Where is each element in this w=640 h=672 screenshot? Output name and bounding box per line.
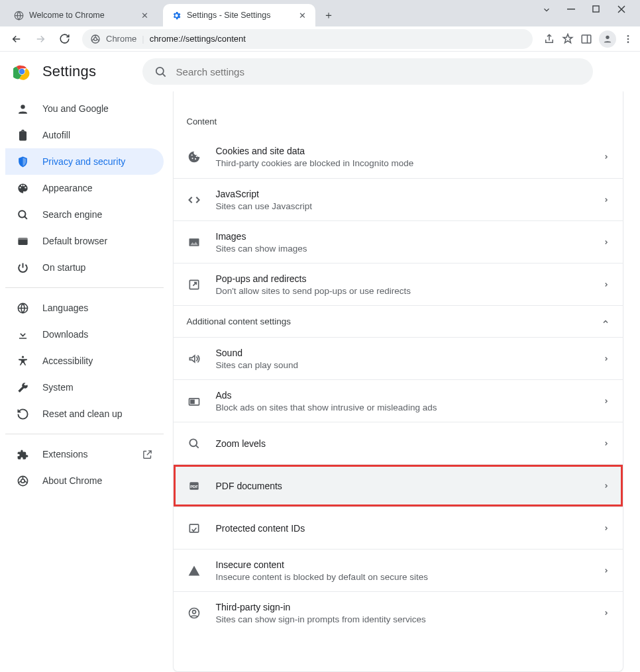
sidebar-item-downloads[interactable]: Downloads [5, 321, 164, 348]
chevron-down-icon[interactable] [542, 5, 555, 15]
share-icon[interactable] [543, 33, 555, 45]
open-external-icon [142, 449, 153, 460]
close-window-icon[interactable] [617, 5, 631, 15]
chevron-right-icon [603, 281, 610, 288]
sidebar-item-you[interactable]: You and Google [5, 95, 164, 122]
sidebar-item-privacy[interactable]: Privacy and security [5, 148, 164, 175]
sidebar-item-label: Search engine [42, 209, 102, 220]
sidebar-item-accessibility[interactable]: Accessibility [5, 348, 164, 374]
row-title: Sound [216, 348, 588, 358]
row-subtitle: Insecure content is blocked by default o… [216, 572, 588, 582]
row-subtitle: Sites can play sound [216, 360, 588, 370]
ads-icon [187, 395, 201, 408]
section-label-content: Content [174, 91, 623, 136]
omnibox-scheme: Chrome [106, 34, 136, 44]
row-subtitle: Block ads on sites that show intrusive o… [216, 403, 588, 412]
sidebar-separator [5, 434, 164, 434]
sound-icon [187, 352, 201, 365]
content-card: Content Cookies and site data Third-part… [173, 91, 623, 672]
svg-rect-1 [567, 9, 575, 10]
maximize-icon[interactable] [592, 5, 606, 15]
sidebar-item-appearance[interactable]: Appearance [5, 175, 164, 201]
row-subtitle: Third-party cookies are blocked in Incog… [216, 158, 588, 168]
settings-search[interactable] [142, 58, 593, 85]
additional-content-expander[interactable]: Additional content settings [174, 305, 623, 337]
search-icon [16, 209, 29, 221]
content-row-thirdparty[interactable]: Third-party sign-in Sites can show sign-… [174, 591, 623, 634]
content-row-javascript[interactable]: JavaScript Sites can use Javascript [174, 178, 623, 220]
chevron-right-icon [603, 356, 610, 362]
sidebar-item-extensions[interactable]: Extensions [5, 441, 164, 467]
side-panel-icon[interactable] [580, 33, 592, 45]
svg-point-6 [606, 35, 609, 38]
globe-icon [16, 302, 29, 314]
content-row-images[interactable]: Images Sites can show images [174, 220, 623, 263]
browser-icon [16, 235, 29, 248]
sidebar-item-autofill[interactable]: Autofill [5, 122, 164, 148]
menu-icon[interactable] [623, 34, 633, 44]
content-row-protected[interactable]: Protected content IDs [174, 506, 623, 549]
row-title: Insecure content [216, 559, 588, 570]
svg-point-4 [94, 37, 97, 40]
image-icon [187, 236, 201, 249]
close-icon[interactable]: ✕ [297, 10, 307, 21]
back-button[interactable] [7, 29, 27, 49]
sidebar-separator [5, 287, 164, 288]
tab-title: Settings - Site Settings [187, 11, 292, 20]
omnibox-url: chrome://settings/content [150, 34, 246, 44]
sidebar-item-label: Accessibility [42, 356, 93, 366]
forward-button[interactable] [30, 29, 50, 49]
accessibility-icon [16, 355, 29, 367]
reload-button[interactable] [54, 29, 74, 49]
content-row-cookies[interactable]: Cookies and site data Third-party cookie… [174, 136, 623, 178]
settings-search-input[interactable] [176, 66, 581, 77]
main-content: Content Cookies and site data Third-part… [169, 91, 640, 672]
sidebar-item-label: Downloads [42, 329, 88, 340]
svg-rect-17 [18, 237, 27, 239]
content-row-ads[interactable]: Ads Block ads on sites that show intrusi… [174, 379, 623, 422]
content-row-sound[interactable]: Sound Sites can play sound [174, 337, 623, 379]
sidebar-item-default[interactable]: Default browser [5, 228, 164, 254]
chevron-right-icon [603, 398, 610, 405]
chevron-right-icon [603, 154, 610, 160]
sidebar-item-about[interactable]: About Chrome [5, 467, 164, 494]
row-subtitle: Sites can use Javascript [216, 201, 588, 211]
chevron-right-icon [603, 197, 610, 203]
row-title: Pop-ups and redirects [216, 273, 588, 284]
close-icon[interactable]: ✕ [139, 10, 150, 21]
minimize-icon[interactable] [567, 5, 580, 15]
globe-icon [13, 10, 24, 21]
sidebar-item-system[interactable]: System [5, 374, 164, 401]
chevron-right-icon [603, 567, 610, 574]
page-title: Settings [42, 63, 96, 80]
chevron-right-icon [603, 525, 610, 532]
omnibox[interactable]: Chrome | chrome://settings/content [82, 29, 533, 49]
tab-settings[interactable]: Settings - Site Settings ✕ [163, 4, 315, 26]
sidebar-item-reset[interactable]: Reset and clean up [5, 401, 164, 427]
power-icon [16, 262, 29, 274]
person-icon [16, 103, 29, 115]
content-row-zoom[interactable]: Zoom levels [174, 422, 623, 464]
content-row-pdf[interactable]: PDF PDF documents [174, 464, 623, 506]
svg-text:PDF: PDF [190, 484, 198, 488]
warning-icon [187, 564, 201, 577]
sidebar-item-label: You and Google [42, 103, 109, 114]
popup-icon [187, 278, 201, 291]
browser-titlebar: Welcome to Chrome ✕ Settings - Site Sett… [0, 0, 640, 26]
new-tab-button[interactable]: ＋ [319, 6, 338, 24]
restore-icon [16, 408, 29, 420]
chevron-right-icon [603, 440, 610, 447]
sidebar-item-label: Reset and clean up [42, 408, 123, 419]
sidebar-item-search[interactable]: Search engine [5, 201, 164, 228]
tab-welcome[interactable]: Welcome to Chrome ✕ [5, 4, 158, 26]
chevron-right-icon [603, 483, 610, 489]
sidebar-item-label: Default browser [42, 236, 107, 246]
chrome-scheme-icon [90, 34, 101, 44]
bookmark-icon[interactable] [562, 33, 574, 45]
profile-avatar[interactable] [599, 30, 616, 48]
sidebar-item-label: On startup [42, 262, 85, 273]
sidebar-item-startup[interactable]: On startup [5, 254, 164, 281]
content-row-popups[interactable]: Pop-ups and redirects Don't allow sites … [174, 263, 623, 305]
sidebar-item-languages[interactable]: Languages [5, 295, 164, 321]
content-row-insecure[interactable]: Insecure content Insecure content is blo… [174, 549, 623, 591]
